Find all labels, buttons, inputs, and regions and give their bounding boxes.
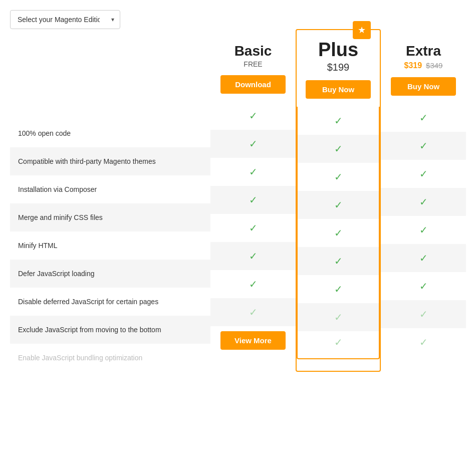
extra-check-cell: ✓ bbox=[381, 104, 466, 132]
feature-col: 100% open codeCompatible with third-part… bbox=[10, 34, 210, 372]
check-green: ✓ bbox=[419, 112, 428, 124]
view-more-basic-cell: View More bbox=[210, 326, 296, 363]
check-green: ✓ bbox=[249, 222, 258, 234]
basic-check-cell: ✓ bbox=[210, 270, 296, 298]
check-green: ✓ bbox=[419, 140, 428, 152]
plan-plus: ★ Plus $199 Buy Now ✓✓✓✓✓✓✓✓✓ bbox=[296, 29, 381, 372]
basic-download-button[interactable]: Download bbox=[220, 75, 286, 94]
basic-plan-price: FREE bbox=[215, 60, 291, 68]
check-green: ✓ bbox=[419, 196, 428, 208]
last-feature-label: Enable JavaScript bundling optimization bbox=[10, 348, 210, 368]
basic-check-cell: ✓ bbox=[210, 298, 296, 326]
pricing-table: 100% open codeCompatible with third-part… bbox=[10, 34, 466, 372]
check-green: ✓ bbox=[419, 224, 428, 236]
basic-check-cell: ✓ bbox=[210, 186, 296, 214]
plus-check-cell: ✓ bbox=[297, 163, 380, 191]
check-green: ✓ bbox=[334, 171, 343, 183]
feature-row: 100% open code bbox=[10, 119, 210, 147]
feature-row: Compatible with third-party Magento them… bbox=[10, 147, 210, 175]
check-green: ✓ bbox=[334, 227, 343, 239]
extra-check-cell: ✓ bbox=[381, 132, 466, 160]
basic-check-cell: ✓ bbox=[210, 130, 296, 158]
feature-row: Minify HTML bbox=[10, 231, 210, 260]
extra-check-cell: ✓ bbox=[381, 160, 466, 188]
extra-plan-price: $319 $349 bbox=[386, 61, 461, 70]
feature-row: Exclude JavaScript from moving to the bo… bbox=[10, 316, 210, 344]
check-green: ✓ bbox=[249, 278, 258, 290]
feature-row: Disable deferred JavaScript for certain … bbox=[10, 288, 210, 316]
feature-label: Compatible with third-party Magento them… bbox=[10, 151, 210, 171]
edition-select-wrapper[interactable]: Select your Magento Edition Magento Open… bbox=[10, 10, 120, 29]
plus-plan-price: $199 bbox=[302, 62, 375, 73]
feature-label: 100% open code bbox=[10, 123, 210, 143]
check-green: ✓ bbox=[249, 110, 258, 122]
plus-plan-name: Plus bbox=[302, 39, 375, 61]
check-green: ✓ bbox=[419, 168, 428, 180]
feature-label: Defer JavaScript loading bbox=[10, 264, 210, 284]
extra-header: Extra $319 $349 bbox=[381, 34, 466, 77]
check-green: ✓ bbox=[249, 194, 258, 206]
extra-check-cell: ✓ bbox=[381, 188, 466, 216]
check-green: ✓ bbox=[249, 138, 258, 150]
plus-check-cell: ✓ bbox=[297, 135, 380, 163]
extra-check-cell: ✓ bbox=[381, 272, 466, 300]
basic-plan-name: Basic bbox=[215, 43, 291, 59]
check-light: ✓ bbox=[419, 336, 428, 348]
plus-buy-button[interactable]: Buy Now bbox=[306, 80, 371, 99]
check-light: ✓ bbox=[334, 336, 343, 348]
edition-select[interactable]: Select your Magento Edition Magento Open… bbox=[10, 10, 120, 29]
feature-row: Defer JavaScript loading bbox=[10, 260, 210, 288]
plus-check-cell: ✓ bbox=[297, 247, 380, 275]
check-green: ✓ bbox=[334, 143, 343, 155]
check-light: ✓ bbox=[419, 308, 428, 320]
check-light: ✓ bbox=[249, 306, 258, 318]
basic-check-cell: ✓ bbox=[210, 242, 296, 270]
extra-check-cell: ✓ bbox=[381, 216, 466, 244]
check-green: ✓ bbox=[334, 283, 343, 295]
extra-price-new: $319 bbox=[404, 61, 422, 70]
basic-check-cell: ✓ bbox=[210, 214, 296, 242]
plus-star-badge: ★ bbox=[353, 21, 371, 39]
basic-check-cell: ✓ bbox=[210, 102, 296, 130]
plan-basic: Basic FREE Download ✓✓✓✓✓✓✓✓View More bbox=[210, 34, 296, 372]
check-green: ✓ bbox=[419, 280, 428, 292]
check-green: ✓ bbox=[334, 199, 343, 211]
view-more-plus-cell: ✓ bbox=[297, 331, 380, 359]
check-green: ✓ bbox=[334, 115, 343, 127]
star-icon: ★ bbox=[358, 25, 366, 36]
view-more-button[interactable]: View More bbox=[220, 331, 286, 350]
feature-label: Installation via Composer bbox=[10, 179, 210, 199]
check-green: ✓ bbox=[249, 166, 258, 178]
plus-check-cell: ✓ bbox=[297, 275, 380, 303]
check-green: ✓ bbox=[334, 255, 343, 267]
plus-check-cell: ✓ bbox=[297, 219, 380, 247]
feature-label: Disable deferred JavaScript for certain … bbox=[10, 292, 210, 312]
feature-label: Exclude JavaScript from moving to the bo… bbox=[10, 320, 210, 340]
extra-check-cell: ✓ bbox=[381, 300, 466, 328]
plus-check-cell: ✓ bbox=[297, 191, 380, 219]
check-green: ✓ bbox=[419, 252, 428, 264]
feature-label: Minify HTML bbox=[10, 236, 210, 256]
feature-row: Merge and minify CSS files bbox=[10, 203, 210, 231]
view-more-feature-row: Enable JavaScript bundling optimization bbox=[10, 344, 210, 372]
extra-check-cell: ✓ bbox=[381, 244, 466, 272]
check-green: ✓ bbox=[249, 250, 258, 262]
check-light: ✓ bbox=[334, 311, 343, 323]
basic-check-cell: ✓ bbox=[210, 158, 296, 186]
extra-price-old: $349 bbox=[426, 61, 442, 70]
feature-row: Installation via Composer bbox=[10, 175, 210, 203]
view-more-extra-cell: ✓ bbox=[381, 328, 466, 356]
extra-buy-button[interactable]: Buy Now bbox=[391, 77, 456, 96]
plus-check-cell: ✓ bbox=[297, 107, 380, 135]
feature-label: Merge and minify CSS files bbox=[10, 207, 210, 227]
plus-check-cell: ✓ bbox=[297, 303, 380, 331]
basic-header: Basic FREE bbox=[210, 34, 296, 75]
plan-extra: Extra $319 $349 Buy Now ✓✓✓✓✓✓✓✓✓ bbox=[381, 34, 466, 372]
extra-plan-name: Extra bbox=[386, 43, 461, 59]
